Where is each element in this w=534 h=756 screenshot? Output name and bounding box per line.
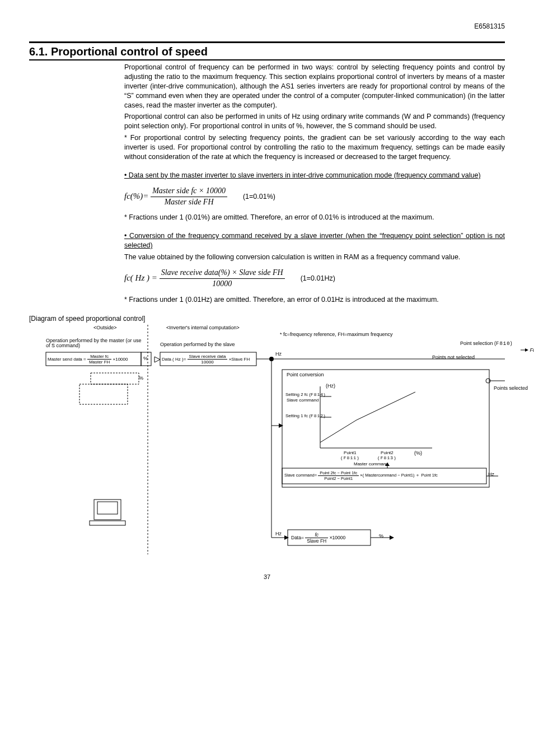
note-2: * Fractions under 1 (0.01Hz) are omitted… — [124, 295, 505, 305]
svg-marker-32 — [525, 348, 528, 352]
svg-marker-3 — [154, 357, 160, 362]
label-hz-2: Hz — [488, 472, 494, 477]
label-percent-box: % — [143, 356, 148, 361]
page-number: 37 — [29, 573, 505, 580]
label-hz-3: Hz — [275, 531, 282, 536]
label-point-selection: Point selection (F810) — [460, 340, 512, 347]
eq1-num: Master side fc × 10000 — [151, 186, 227, 197]
label-point1: Point1(F811) — [340, 450, 360, 460]
eq2-num: Slave receive data(%) × Slave side FH — [160, 268, 285, 279]
svg-marker-22 — [279, 423, 283, 428]
master-send-eq: Master send data = Master fcMaster FH ×1… — [48, 354, 128, 365]
label-point2: Point2(F813) — [377, 450, 397, 460]
label-setting1: Setting 1 fc (F812) — [285, 413, 325, 418]
label-setting2: Setting 2 fc (F814) — [285, 392, 325, 397]
body-column: Proportional control of frequency can be… — [124, 63, 505, 305]
paragraph-3: * For proportional control by selecting … — [124, 133, 505, 162]
svg-marker-28 — [284, 535, 289, 540]
label-op-slave: Operation performed by the slave — [160, 342, 235, 347]
svg-rect-12 — [94, 500, 121, 520]
paragraph-1: Proportional control of frequency can be… — [124, 63, 505, 110]
svg-rect-14 — [90, 521, 125, 525]
svg-rect-13 — [97, 502, 118, 514]
label-fc-hz: Fc (Hz) — [521, 347, 534, 353]
label-internal: <Inverter's internal computation> — [166, 325, 240, 330]
label-slave-command-axis: Slave command — [287, 398, 318, 403]
section-heading: 6.1. Proportional control of speed — [29, 41, 505, 60]
label-axis-hz: (Hz) — [326, 383, 335, 389]
svg-point-6 — [269, 357, 274, 361]
eq1-den: Master side FH — [151, 197, 227, 208]
svg-rect-10 — [91, 373, 139, 384]
label-axis-pct: (%) — [414, 450, 422, 456]
label-pct-3: % — [379, 533, 383, 539]
label-hz-1: Hz — [275, 351, 282, 357]
diagram: <Outside> <Inverter's internal computati… — [29, 325, 505, 560]
label-selected: Points selected — [494, 385, 528, 391]
paragraph-4: The value obtained by the following conv… — [124, 253, 505, 262]
label-point-conversion: Point conversion — [287, 372, 324, 377]
svg-rect-15 — [282, 370, 489, 487]
page: E6581315 6.1. Proportional control of sp… — [0, 0, 534, 603]
label-legend: * fc=frequency reference, FH=maximum fre… — [280, 332, 393, 337]
equation-fc-hz: fc( Hz ) = Slave receive data(%) × Slave… — [124, 268, 505, 290]
bullet-conversion: • Conversion of the frequency command re… — [124, 231, 505, 250]
eq2-aside: (1=0.01Hz) — [301, 274, 335, 283]
slave-command-equation: Slave command= Point 2fc − Point 1fcPoin… — [284, 470, 438, 481]
label-master-command: Master command — [354, 461, 388, 466]
label-op-master: Operation performed by the master (or us… — [46, 338, 144, 349]
equation-fc-percent: fc(%)= Master side fc × 10000 Master sid… — [124, 186, 505, 208]
bullet-data-sent: • Data sent by the master inverter to sl… — [124, 171, 505, 180]
doc-id: E6581315 — [29, 22, 505, 30]
eq1-aside: (1=0.01%) — [243, 192, 275, 202]
slave-eq-in-box: Data ( Hz )= Slave receive data10000 ×Sl… — [162, 354, 250, 365]
svg-rect-11 — [79, 384, 128, 404]
label-outside: <Outside> — [93, 325, 117, 330]
diagram-title: [Diagram of speed proportional control] — [29, 315, 505, 323]
paragraph-2: Proportional control can also be perform… — [124, 112, 505, 131]
note-1: * Fractions under 1 (0.01%) are omitted.… — [124, 213, 505, 222]
bottom-data-equation: Data= fcSlave FH ×10000 — [291, 532, 345, 544]
label-not-selected: Points not selected — [432, 354, 475, 360]
eq1-lhs: fc(%) — [124, 191, 143, 200]
eq2-lhs: fc( Hz ) — [124, 273, 149, 282]
svg-marker-30 — [390, 535, 394, 540]
eq2-den: 10000 — [160, 279, 285, 290]
label-pct-2: % — [139, 375, 143, 381]
